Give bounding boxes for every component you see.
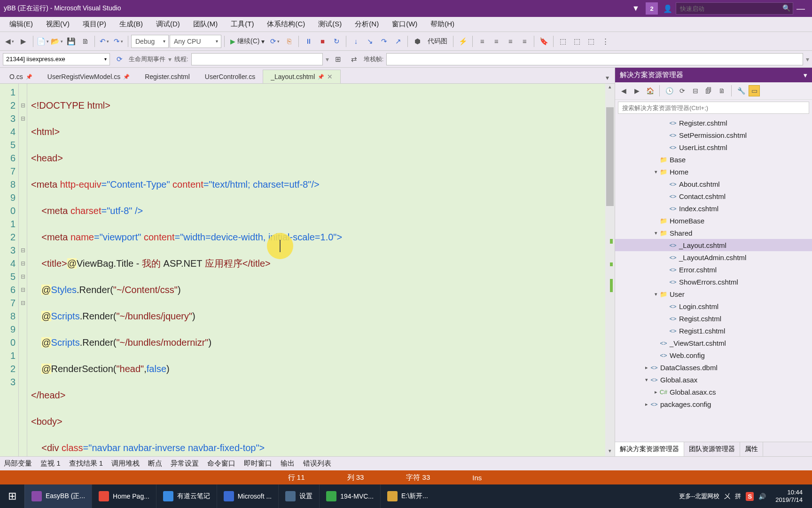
- tree-item[interactable]: <>Login.cshtml: [615, 300, 812, 312]
- menu-help[interactable]: 帮助(H): [424, 18, 461, 31]
- menu-view[interactable]: 视图(V): [39, 18, 76, 31]
- config-combo[interactable]: Debug: [131, 35, 169, 48]
- forward-button[interactable]: ▶: [17, 35, 30, 48]
- thread-icon2[interactable]: ⇄: [348, 53, 361, 66]
- taskbar-item[interactable]: 194-MVC...: [319, 484, 380, 508]
- misc2-icon[interactable]: ⬚: [570, 35, 584, 48]
- tab-error-list[interactable]: 错误列表: [303, 459, 331, 468]
- tree-item[interactable]: <>_Layout.cshtml: [615, 239, 812, 251]
- properties-icon[interactable]: 🔧: [735, 85, 747, 96]
- scrollbar-thumb[interactable]: [606, 107, 614, 206]
- taskbar-item[interactable]: Microsoft ...: [217, 484, 278, 508]
- menu-architecture[interactable]: 体系结构(C): [260, 18, 312, 31]
- filter-icon[interactable]: ▼: [630, 2, 642, 15]
- tree-item[interactable]: <>Regist.cshtml: [615, 312, 812, 325]
- refresh-icon[interactable]: ⟳: [677, 85, 688, 96]
- tree-item[interactable]: 📁Base: [615, 153, 812, 166]
- misc1-icon[interactable]: ⬚: [556, 35, 570, 48]
- continue-button[interactable]: ▶继续(C) ▾: [227, 37, 267, 46]
- quick-launch[interactable]: 🔍: [676, 2, 793, 15]
- redo-button[interactable]: ↷: [112, 35, 125, 48]
- code-map-button[interactable]: 代码图: [425, 37, 450, 46]
- tree-item[interactable]: ▾<>Global.asax: [615, 373, 812, 386]
- restart-button[interactable]: ↻: [330, 35, 343, 48]
- tab-register-cshtml[interactable]: Register.cshtml: [137, 70, 197, 83]
- tree-item[interactable]: ▾📁User: [615, 288, 812, 300]
- tree-item[interactable]: <>ShowErrors.cshtml: [615, 276, 812, 288]
- tab-immediate-window[interactable]: 即时窗口: [244, 459, 272, 468]
- undo-button[interactable]: ↶: [98, 35, 111, 48]
- step-into-button[interactable]: ↘: [363, 35, 376, 48]
- forward-icon[interactable]: ▶: [631, 85, 642, 96]
- taskbar-item[interactable]: EasyBB (正...: [24, 484, 92, 508]
- feedback-icon[interactable]: 👤: [662, 2, 674, 15]
- open-button[interactable]: 📂: [50, 35, 63, 48]
- vertical-scrollbar[interactable]: ▴ ▾: [605, 84, 615, 456]
- tree-item[interactable]: 📁HomeBase: [615, 214, 812, 227]
- tree-item[interactable]: <>Web.config: [615, 349, 812, 361]
- stop-button[interactable]: ■: [316, 35, 329, 48]
- tab-find-results[interactable]: 查找结果 1: [69, 459, 103, 468]
- menu-tools[interactable]: 工具(T): [224, 18, 260, 31]
- overflow-icon[interactable]: ⋮: [599, 35, 612, 48]
- tree-item[interactable]: <>About.cshtml: [615, 178, 812, 190]
- ime-icon[interactable]: 㐅: [724, 492, 730, 500]
- misc3-icon[interactable]: ⬚: [585, 35, 598, 48]
- show-all-icon[interactable]: 🗐: [703, 85, 714, 96]
- quick-launch-input[interactable]: [676, 2, 793, 15]
- tab-team-explorer[interactable]: 团队资源管理器: [684, 442, 740, 456]
- browser-link-icon[interactable]: ⎘: [282, 35, 296, 48]
- code-body[interactable]: <!DOCTYPE html> <html> <head> <meta http…: [27, 84, 605, 456]
- taskbar-clock[interactable]: 10:44 2019/7/14: [771, 489, 807, 503]
- ime-mode-icon[interactable]: 拼: [735, 492, 741, 500]
- fold-gutter[interactable]: ⊟⊟⊟⊟⊟⊟⊟: [19, 84, 27, 456]
- tree-item[interactable]: <>Contact.cshtml: [615, 190, 812, 202]
- tree-item[interactable]: ▸C#Global.asax.cs: [615, 386, 812, 398]
- new-button[interactable]: 📄: [36, 35, 49, 48]
- start-button[interactable]: ⊞: [0, 490, 24, 502]
- comment-icon[interactable]: ≡: [504, 35, 517, 48]
- collapse-icon[interactable]: ⊟: [690, 85, 701, 96]
- menu-project[interactable]: 项目(P): [76, 18, 113, 31]
- home-icon[interactable]: 🏠: [644, 85, 656, 96]
- tab-layout-cshtml[interactable]: _Layout.cshtml📌✕: [263, 70, 341, 83]
- menu-window[interactable]: 窗口(W): [385, 18, 424, 31]
- tree-item[interactable]: <>Register.cshtml: [615, 117, 812, 129]
- tab-command-window[interactable]: 命令窗口: [207, 459, 235, 468]
- sogou-icon[interactable]: S: [746, 492, 754, 501]
- tree-item[interactable]: ▾📁Home: [615, 166, 812, 178]
- tree-item[interactable]: <>_LayoutAdmin.cshtml: [615, 251, 812, 263]
- menu-debug[interactable]: 调试(D): [149, 18, 187, 31]
- thread-input[interactable]: [191, 53, 323, 65]
- code-editor[interactable]: 12345678901234567890123 ⊟⊟⊟⊟⊟⊟⊟ <!DOCTYP…: [0, 84, 615, 456]
- menu-test[interactable]: 测试(S): [312, 18, 348, 31]
- notification-badge[interactable]: 2: [646, 2, 658, 15]
- tab-watch[interactable]: 监视 1: [40, 459, 61, 468]
- refresh-button[interactable]: ⟳: [268, 35, 281, 48]
- tree-item[interactable]: ▸<>DataClasses.dbml: [615, 361, 812, 373]
- pin-icon[interactable]: 📌: [318, 74, 324, 80]
- tab-call-stack[interactable]: 调用堆栈: [111, 459, 140, 468]
- minimize-button[interactable]: —: [795, 2, 806, 15]
- tree-item[interactable]: <>Regist1.cshtml: [615, 325, 812, 337]
- tree-item[interactable]: <>Index.cshtml: [615, 202, 812, 214]
- pin-icon[interactable]: 📌: [26, 74, 32, 80]
- pin-icon[interactable]: 📌: [123, 74, 130, 80]
- tab-exception-settings[interactable]: 异常设置: [171, 459, 199, 468]
- toggle-icon[interactable]: ⚡: [456, 35, 469, 48]
- tree-item[interactable]: <>Error.cshtml: [615, 263, 812, 276]
- solution-tree[interactable]: <>Register.cshtml<>SetPermission.cshtml<…: [615, 116, 812, 442]
- tab-output[interactable]: 输出: [281, 459, 295, 468]
- lifecycle-icon[interactable]: ⟳: [113, 53, 126, 66]
- tree-item[interactable]: ▸<>packages.config: [615, 398, 812, 410]
- menu-edit[interactable]: 编辑(E): [3, 18, 39, 31]
- sync-icon[interactable]: 🕓: [664, 85, 675, 96]
- tab-usercontroller[interactable]: UserController.cs: [197, 70, 263, 83]
- tray-text[interactable]: 更多--北盟网校: [679, 492, 720, 500]
- indent-left-icon[interactable]: ≡: [476, 35, 489, 48]
- save-button[interactable]: 💾: [64, 35, 78, 48]
- tab-breakpoints[interactable]: 断点: [148, 459, 162, 468]
- tab-overflow-icon[interactable]: ▾: [602, 72, 613, 83]
- uncomment-icon[interactable]: ≡: [518, 35, 531, 48]
- tree-item[interactable]: <>SetPermission.cshtml: [615, 129, 812, 141]
